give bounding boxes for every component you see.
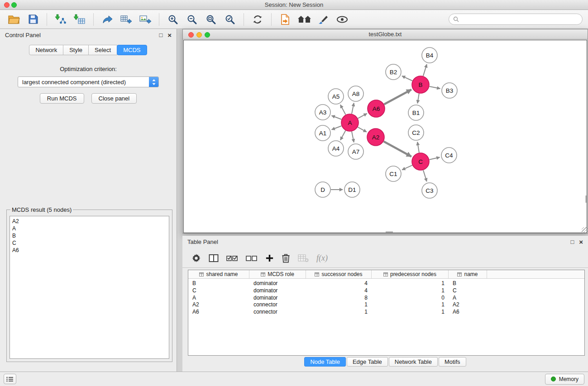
deselect-all-button[interactable] (246, 254, 258, 262)
column-header-successor-nodes[interactable]: successor nodes (306, 270, 372, 278)
table-cell[interactable]: A2 (188, 301, 249, 309)
close-window-icon[interactable] (4, 2, 10, 8)
network-node-A8[interactable]: A8 (348, 86, 363, 101)
table-close-icon[interactable]: × (579, 238, 583, 245)
table-cell[interactable]: C (449, 287, 487, 295)
network-node-D1[interactable]: D1 (344, 182, 360, 197)
horizontal-scroll-nub[interactable] (386, 231, 393, 233)
network-window-titlebar[interactable]: testGlobe.txt (183, 29, 588, 39)
network-node-A6[interactable]: A6 (368, 100, 385, 117)
table-cell[interactable]: C (188, 287, 249, 295)
apply-style-button[interactable] (316, 12, 331, 27)
memory-button[interactable]: Memory (545, 374, 584, 385)
app-window-controls[interactable] (4, 2, 17, 8)
network-edge-B-B3[interactable] (430, 86, 440, 89)
delete-table-button[interactable] (298, 254, 309, 262)
network-edge-B-B2[interactable] (402, 76, 412, 81)
network-node-B3[interactable]: B3 (442, 83, 457, 98)
table-cell[interactable]: dominator (249, 295, 306, 302)
fx-function-button[interactable]: f(x) (316, 253, 328, 263)
import-network-button[interactable] (53, 12, 68, 27)
table-cell[interactable]: A (449, 295, 487, 302)
tab-style[interactable]: Style (63, 45, 89, 55)
table-cell[interactable]: 8 (306, 295, 372, 302)
network-node-A[interactable]: A (341, 114, 359, 131)
network-node-D[interactable]: D (315, 182, 330, 197)
network-edge-A-A7[interactable] (352, 132, 354, 143)
search-input[interactable] (461, 16, 578, 23)
tab-edge-table[interactable]: Edge Table (347, 357, 388, 367)
tab-mcds[interactable]: MCDS (117, 45, 147, 55)
table-row[interactable]: Adominator80A (188, 295, 584, 302)
zoom-selected-button[interactable] (222, 12, 238, 27)
table-cell[interactable]: A (188, 295, 249, 302)
table-float-icon[interactable]: □ (570, 239, 574, 245)
network-node-B2[interactable]: B2 (386, 64, 401, 80)
table-cell[interactable]: connector (249, 301, 306, 309)
table-cell[interactable]: 1 (372, 280, 449, 287)
network-edge-C-C2[interactable] (417, 142, 419, 153)
network-node-C1[interactable]: C1 (386, 166, 401, 181)
table-cell[interactable]: 1 (306, 301, 372, 309)
search-box[interactable] (449, 14, 583, 25)
network-node-C4[interactable]: C4 (441, 148, 457, 163)
network-window-controls[interactable] (188, 32, 210, 38)
table-row[interactable]: Bdominator41B (188, 280, 584, 287)
import-table-button[interactable] (72, 12, 87, 27)
select-all-button[interactable] (226, 254, 238, 262)
task-history-button[interactable] (4, 374, 16, 384)
table-row[interactable]: A2connector11A2 (188, 301, 584, 309)
table-cell[interactable]: 1 (306, 309, 372, 316)
close-panel-button[interactable]: Close panel (91, 93, 137, 104)
add-column-button[interactable] (265, 254, 274, 262)
network-edge-B-B1[interactable] (417, 94, 419, 104)
vertical-scroll-nub[interactable] (585, 195, 587, 203)
network-zoom-icon[interactable] (205, 32, 210, 38)
network-edge-A-A2[interactable] (358, 127, 367, 132)
zoom-in-button[interactable] (165, 12, 181, 27)
refresh-view-button[interactable] (250, 12, 265, 27)
network-node-B[interactable]: B (412, 76, 429, 93)
network-node-A3[interactable]: A3 (315, 105, 330, 120)
table-cell[interactable]: connector (249, 309, 306, 316)
network-edge-A-A8[interactable] (352, 103, 354, 114)
network-node-A5[interactable]: A5 (328, 89, 344, 104)
export-image-button[interactable] (138, 12, 153, 27)
network-node-A4[interactable]: A4 (328, 141, 344, 156)
network-node-C[interactable]: C (412, 153, 429, 170)
toggle-columns-button[interactable] (209, 254, 219, 262)
column-header-shared-name[interactable]: shared name (188, 270, 249, 278)
table-cell[interactable]: 0 (372, 295, 449, 302)
result-item[interactable]: A2 (12, 218, 167, 225)
network-edge-A2-C[interactable] (384, 142, 411, 157)
export-table-button[interactable] (119, 12, 134, 27)
tab-network[interactable]: Network (29, 45, 63, 55)
table-row[interactable]: A6connector11A6 (188, 309, 584, 316)
network-edge-A-A1[interactable] (332, 126, 342, 129)
network-canvas[interactable]: B4B2BB3A5A8A6A3B1AC2A1A2A4A7C4CC1DD1C3 (183, 40, 587, 233)
zoom-out-button[interactable] (184, 12, 200, 27)
table-cell[interactable]: dominator (249, 287, 306, 295)
column-header-MCDS-role[interactable]: MCDS role (249, 270, 306, 278)
network-edge-A6-B[interactable] (384, 90, 411, 105)
table-cell[interactable]: 1 (372, 309, 449, 316)
resize-grip-icon[interactable] (582, 227, 588, 233)
tab-select[interactable]: Select (88, 45, 117, 55)
column-header-predecessor-nodes[interactable]: predecessor nodes (372, 270, 449, 278)
table-cell[interactable]: A2 (449, 301, 487, 309)
result-item[interactable]: A (12, 225, 167, 232)
open-session-file-button[interactable] (277, 12, 293, 27)
float-panel-icon[interactable]: □ (159, 32, 163, 38)
table-cell[interactable]: B (188, 280, 249, 287)
network-edge-A-A4[interactable] (340, 131, 345, 140)
delete-column-button[interactable] (282, 253, 290, 263)
result-item[interactable]: C (12, 239, 167, 247)
close-panel-icon[interactable]: × (167, 32, 172, 38)
network-node-A2[interactable]: A2 (367, 129, 384, 146)
zoom-fit-button[interactable] (203, 12, 219, 27)
network-edge-C-C3[interactable] (423, 170, 427, 181)
result-item[interactable]: A6 (12, 247, 167, 254)
network-node-C3[interactable]: C3 (422, 183, 437, 198)
table-row[interactable]: Cdominator41C (188, 287, 584, 295)
export-network-button[interactable] (100, 12, 115, 27)
